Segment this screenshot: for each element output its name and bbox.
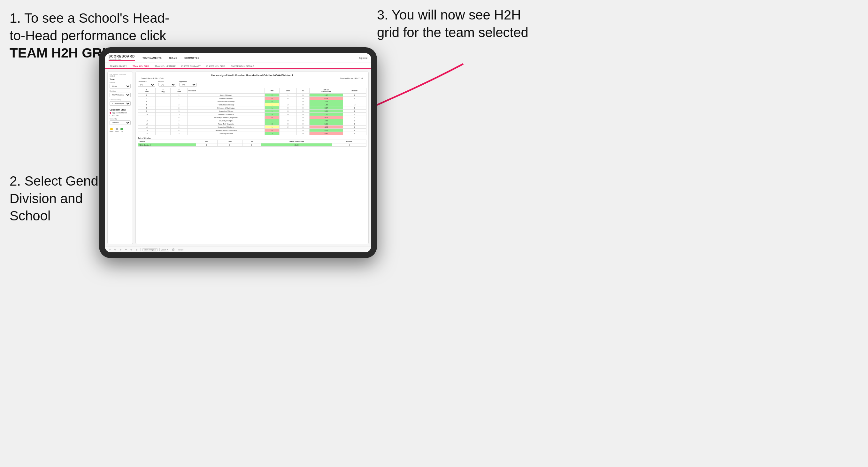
color-legend: Down Level Up bbox=[110, 128, 131, 132]
school-label: School (Rank) bbox=[110, 99, 131, 101]
sign-out[interactable]: Sign out bbox=[359, 57, 367, 59]
col-rank: #Rank bbox=[138, 88, 156, 94]
table-row: 15 4 Georgia Institute of Technology 0 1… bbox=[138, 129, 366, 132]
legend-dot-level bbox=[116, 128, 118, 130]
filter-opponent: Opponent (All) bbox=[179, 81, 197, 87]
opponent-view-radio: Opponents Played Top 100 bbox=[110, 112, 131, 116]
gender-select[interactable]: Men's bbox=[110, 84, 131, 89]
division-label: Division bbox=[110, 90, 131, 92]
table-row: 13 1 Texas Tech University 3 0 0 5.56 9 bbox=[138, 122, 366, 126]
watch-btn[interactable]: Watch ▾ bbox=[159, 248, 169, 251]
radio-top100[interactable]: Top 100 bbox=[110, 114, 131, 116]
table-row: 4 1 Arizona State University 5 1 0 2.29 bbox=[138, 100, 366, 103]
table-row: 3 2 Vanderbilt University 0 4 0 -2.29 8 bbox=[138, 97, 366, 100]
table-row: 6 2 Florida State University 1 2 0 1.83 … bbox=[138, 103, 366, 106]
table-row: 8 2 University of Washington 1 0 0 3.67 … bbox=[138, 106, 366, 110]
table-row: 12 3 University of Virginia 1 0 0 2.33 3 bbox=[138, 119, 366, 122]
table-row: 16 3 University of Florida 3 1 0 -6.42 9 bbox=[138, 132, 366, 135]
share-btn[interactable]: Share bbox=[177, 249, 184, 251]
subnav-player-summary[interactable]: PLAYER SUMMARY bbox=[180, 64, 202, 69]
last-updated: Last Updated: 27/03/2024 16:55:38 bbox=[110, 74, 131, 77]
comment-btn[interactable]: 💬 bbox=[171, 248, 176, 251]
logo-sub: Powered by clippi bbox=[108, 58, 121, 60]
subnav-player-h2h-grid[interactable]: PLAYER H2H GRID bbox=[205, 64, 226, 69]
bottom-toolbar: ↩ ↪ ↻ ⧉ ⊕ ◷ View: Original Watch ▾ 💬 Sha… bbox=[105, 247, 371, 252]
filter-conference: Conference (All) bbox=[138, 81, 155, 87]
tablet-screen: SCOREBOARD Powered by clippi TOURNAMENTS… bbox=[105, 53, 371, 252]
col-win: Win bbox=[265, 88, 280, 94]
legend-up: Up bbox=[120, 128, 123, 132]
annotation-top-right: 3. You will now see H2H grid for the tea… bbox=[377, 6, 528, 41]
region-filter-select[interactable]: (All) bbox=[158, 83, 176, 87]
col-tie: Tie bbox=[297, 88, 310, 94]
opponent-filter-select[interactable]: (All) bbox=[179, 83, 197, 87]
clock-btn[interactable]: ◷ bbox=[135, 248, 138, 251]
subnav-team-h2h-grid[interactable]: TEAM H2H GRID bbox=[131, 64, 150, 69]
subnav-team-h2h-heatmap[interactable]: TEAM H2H HEATMAP bbox=[153, 64, 177, 69]
opponent-view-title: Opponent View bbox=[110, 108, 131, 111]
legend-down: Down bbox=[110, 128, 114, 132]
colour-by-label: Colour by bbox=[110, 118, 131, 120]
left-panel: Last Updated: 27/03/2024 16:55:38 Team G… bbox=[107, 71, 133, 244]
table-row: 9 3 University of Arizona 1 0 0 9.00 2 bbox=[138, 110, 366, 113]
subnav-team-summary[interactable]: TEAM SUMMARY bbox=[108, 64, 128, 69]
table-row: 11 6 University of Arkansas, Fayettevill… bbox=[138, 116, 366, 119]
sub-nav: TEAM SUMMARY TEAM H2H GRID TEAM H2H HEAT… bbox=[105, 63, 371, 69]
logo-text: SCOREBOARD bbox=[108, 55, 135, 58]
add-btn[interactable]: ⊕ bbox=[129, 248, 133, 251]
col-reg: #Reg bbox=[156, 88, 170, 94]
legend-dot-down bbox=[110, 128, 113, 130]
grid-title: University of North Carolina Head-to-Hea… bbox=[138, 74, 366, 77]
nav-teams[interactable]: TEAMS bbox=[167, 56, 179, 60]
nav-tournaments[interactable]: TOURNAMENTS bbox=[141, 56, 163, 60]
out-of-division-row: NCAA Division II 1 0 0 26.00 3 bbox=[138, 144, 366, 147]
logo: SCOREBOARD Powered by clippi bbox=[108, 55, 135, 61]
toolbar-divider-1 bbox=[140, 248, 141, 251]
school-select[interactable]: 1. University of Nort... bbox=[110, 101, 131, 106]
main-content: Last Updated: 27/03/2024 16:55:38 Team G… bbox=[105, 69, 371, 247]
gender-label: Gender bbox=[110, 82, 131, 83]
out-of-division: Out of division DivisionWinLossTieDiff A… bbox=[138, 137, 366, 147]
nav-committee[interactable]: COMMITTEE bbox=[183, 56, 200, 60]
refresh-btn[interactable]: ↻ bbox=[119, 248, 122, 251]
undo-btn[interactable]: ↩ bbox=[108, 248, 112, 251]
subnav-player-h2h-heatmap[interactable]: PLAYER H2H HEATMAP bbox=[229, 64, 255, 69]
copy-btn[interactable]: ⧉ bbox=[124, 248, 127, 251]
table-row: 14 2 University of Oklahoma 1 2 0 -1.00 … bbox=[138, 126, 366, 129]
col-rounds: Rounds bbox=[343, 88, 366, 94]
redo-btn[interactable]: ↪ bbox=[114, 248, 117, 251]
logo-bar bbox=[108, 60, 135, 61]
radio-dot-top100 bbox=[110, 115, 111, 116]
col-loss: Loss bbox=[280, 88, 297, 94]
filters-row: Conference (All) Region (All) Opponent bbox=[138, 81, 366, 87]
col-diff: Diff AvStrokes/Rnd bbox=[310, 88, 343, 94]
annotation-bottom-left: 2. Select Gender, Division and School bbox=[9, 173, 114, 225]
colour-by-select[interactable]: Win/loss bbox=[110, 120, 131, 125]
view-original-btn[interactable]: View: Original bbox=[143, 248, 157, 251]
legend-level: Level bbox=[115, 128, 119, 132]
team-section-title: Team bbox=[110, 78, 131, 81]
table-row: 10 5 University of Alabama 3 0 0 2.61 8 bbox=[138, 113, 366, 116]
legend-dot-up bbox=[120, 128, 123, 130]
out-of-division-title: Out of division bbox=[138, 137, 366, 139]
filter-region: Region (All) bbox=[158, 81, 176, 87]
right-panel: University of North Carolina Head-to-Hea… bbox=[135, 71, 369, 244]
col-opponent: Opponent bbox=[187, 88, 265, 94]
out-of-division-table: DivisionWinLossTieDiff Av Strokes/RndRou… bbox=[138, 139, 366, 147]
col-conf: #Conf bbox=[170, 88, 188, 94]
data-table: #Rank #Reg #Conf Opponent Win Loss Tie D… bbox=[138, 88, 366, 135]
radio-dot-opponents bbox=[110, 112, 111, 114]
nav-bar: SCOREBOARD Powered by clippi TOURNAMENTS… bbox=[105, 53, 371, 63]
grid-records: Overall Record: 89 - 17 - 0 Division Rec… bbox=[138, 77, 366, 79]
table-row: 2 1 Auburn University 2 1 0 1.67 9 bbox=[138, 94, 366, 97]
division-select[interactable]: NCAA Division I bbox=[110, 93, 131, 97]
conference-filter-select[interactable]: (All) bbox=[138, 83, 155, 87]
radio-opponents-played[interactable]: Opponents Played bbox=[110, 112, 131, 114]
tablet-device: SCOREBOARD Powered by clippi TOURNAMENTS… bbox=[99, 47, 377, 258]
